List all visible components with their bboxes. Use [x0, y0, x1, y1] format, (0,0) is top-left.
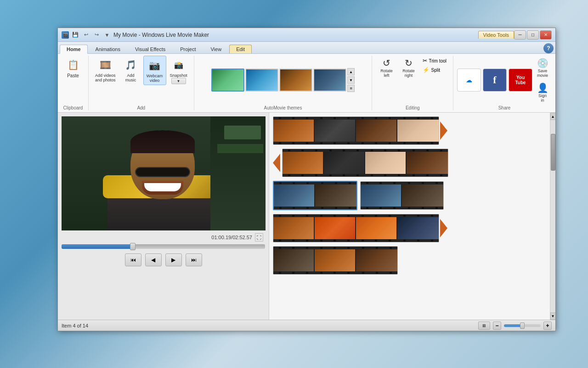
dropdown-btn[interactable]: ▼: [102, 30, 112, 40]
glasses: [135, 167, 190, 177]
zoom-thumb[interactable]: [520, 322, 525, 329]
film-dots: [273, 117, 314, 120]
trim-btn[interactable]: ✂ Trim tool: [421, 57, 448, 65]
timeline-panel: [269, 113, 550, 320]
youtube-button[interactable]: YouTube: [509, 69, 532, 92]
film-dots: [356, 239, 396, 242]
tab-animations[interactable]: Animations: [89, 45, 127, 53]
film-cell[interactable]: [273, 247, 315, 274]
group-editing: ↺ Rotateleft ↻ Rotateright ✂ Trim tool: [372, 56, 453, 110]
tab-edit[interactable]: Edit: [229, 45, 252, 53]
film-strip-4: [273, 214, 439, 242]
theme-2[interactable]: [245, 69, 278, 92]
rewind-button[interactable]: ⏮: [125, 253, 141, 266]
paste-button[interactable]: 📋 Paste: [62, 56, 85, 80]
minimize-button[interactable]: ─: [514, 30, 526, 40]
status-bar: Item 4 of 14 ⊞ − +: [58, 320, 555, 331]
back-frame-button[interactable]: ◀: [145, 253, 162, 266]
film-cell[interactable]: [356, 247, 397, 274]
save-btn[interactable]: 💾: [71, 30, 80, 40]
save-signin-group: 💿 Save movie 👤 Sign in: [533, 56, 552, 104]
film-cell[interactable]: [273, 117, 315, 144]
film-cell[interactable]: [324, 149, 365, 177]
sign-in-button[interactable]: 👤 Sign in: [533, 80, 552, 104]
film-dots: [315, 271, 355, 274]
film-dots: [324, 149, 364, 152]
redo-btn[interactable]: ↪: [92, 30, 101, 40]
forward-button[interactable]: ⏭: [186, 253, 202, 266]
share-icons: ☁ f YouTube: [457, 69, 532, 92]
film-strip-2: [282, 149, 448, 177]
film-cell[interactable]: [402, 182, 443, 209]
rotate-right-button[interactable]: ↻ Rotateright: [398, 56, 419, 79]
film-cell[interactable]: [315, 247, 356, 274]
themes-nav-up[interactable]: ▲: [347, 68, 355, 75]
theme-3[interactable]: [279, 69, 312, 92]
play-button[interactable]: ▶: [165, 253, 182, 266]
zoom-slider[interactable]: [504, 324, 541, 327]
zoom-in-button[interactable]: +: [543, 322, 552, 330]
snapshot-button[interactable]: 📸 Snapshot ▼: [167, 56, 190, 86]
scroll-thumb[interactable]: [551, 134, 555, 171]
save-movie-button[interactable]: 💿 Save movie: [533, 56, 552, 80]
film-cell[interactable]: [397, 214, 439, 242]
playback-controls: ⏮ ◀ ▶ ⏭: [62, 253, 265, 266]
themes-expand[interactable]: ≡: [347, 85, 355, 92]
film-cell[interactable]: [283, 149, 324, 177]
tab-view[interactable]: View: [204, 45, 228, 53]
group-add: 🎞️ Add videos and photos 🎵 Add music 📷 W…: [89, 56, 194, 110]
theme-3-preview: [280, 69, 311, 91]
timeline-row-2: [273, 149, 546, 177]
film-dots: [356, 247, 397, 249]
tab-home[interactable]: Home: [60, 45, 88, 54]
tab-project[interactable]: Project: [173, 45, 203, 53]
timeline-row-4: [273, 214, 546, 242]
snapshot-dropdown[interactable]: ▼: [171, 78, 186, 84]
maximize-button[interactable]: □: [527, 30, 539, 40]
tab-visual-effects[interactable]: Visual Effects: [128, 45, 172, 53]
clipboard-label: Clipboard: [63, 105, 83, 110]
fullscreen-button[interactable]: ⛶: [255, 233, 263, 242]
ribbon-content: 📋 Paste Clipboard 🎞️ Add videos and phot…: [58, 54, 555, 112]
scroll-track[interactable]: [550, 120, 555, 312]
webcam-button[interactable]: 📷 Webcam video: [143, 56, 166, 85]
film-dots: [315, 207, 356, 209]
theme-1[interactable]: [211, 69, 244, 92]
split-btn[interactable]: ⚡ Split: [421, 66, 448, 74]
film-dots: [324, 174, 364, 177]
film-cell[interactable]: [397, 117, 439, 144]
themes-nav-down[interactable]: ▼: [347, 76, 355, 84]
film-cell[interactable]: [365, 149, 407, 177]
scroll-up-button[interactable]: ▲: [550, 113, 556, 120]
add-videos-button[interactable]: 🎞️ Add videos and photos: [92, 56, 119, 84]
seek-thumb[interactable]: [130, 243, 136, 250]
scroll-down-button[interactable]: ▼: [550, 312, 556, 320]
help-button[interactable]: ?: [543, 43, 554, 53]
zoom-out-button[interactable]: −: [493, 322, 501, 330]
rotate-left-button[interactable]: ↺ Rotateleft: [376, 56, 397, 79]
add-label: Add: [137, 105, 145, 110]
seek-bar[interactable]: [62, 244, 265, 249]
film-cell[interactable]: [315, 214, 356, 242]
film-cell[interactable]: [315, 117, 356, 144]
film-cell[interactable]: [273, 214, 315, 242]
film-cell[interactable]: [407, 149, 448, 177]
film-dots: [361, 182, 401, 184]
undo-btn[interactable]: ↩: [81, 30, 90, 40]
facebook-button[interactable]: f: [483, 69, 507, 92]
music-icon: 🎵: [124, 58, 138, 72]
film-cell[interactable]: [356, 214, 397, 242]
film-cell[interactable]: [315, 182, 356, 209]
skydrive-icon: ☁: [466, 76, 472, 84]
film-cell[interactable]: [356, 117, 397, 144]
film-dots: [315, 142, 355, 144]
add-music-button[interactable]: 🎵 Add music: [119, 56, 142, 84]
theme-4[interactable]: [313, 69, 346, 92]
group-automovie: ▲ ▼ ≡ AutoMovie themes: [194, 56, 373, 110]
film-cell[interactable]: [274, 182, 315, 209]
trim-group: ✂ Trim tool ⚡ Split: [420, 56, 449, 79]
storyboard-view-button[interactable]: ⊞: [478, 322, 490, 330]
film-cell[interactable]: [361, 182, 402, 209]
skydrive-button[interactable]: ☁: [457, 69, 481, 92]
close-button[interactable]: ✕: [540, 30, 552, 40]
